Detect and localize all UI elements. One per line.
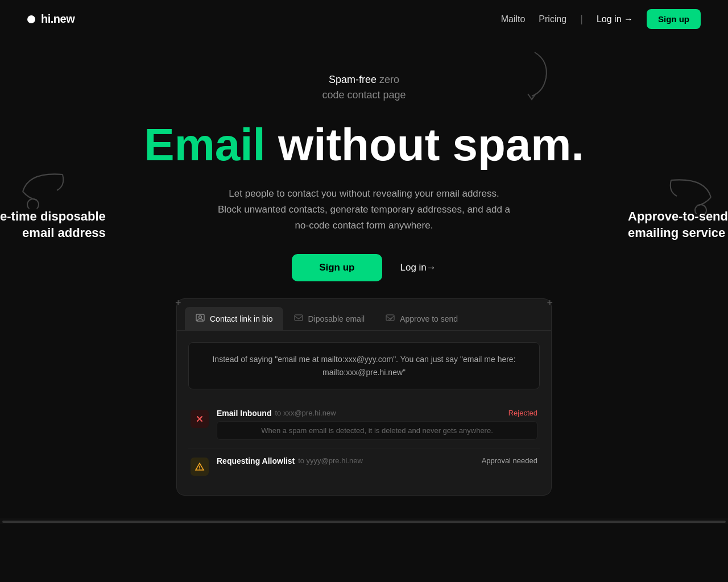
- email-item-rejected-to: to xxx@pre.hi.new: [275, 409, 336, 417]
- email-item-approval-title: Requesting Allowlist: [217, 456, 295, 465]
- hero-buttons: Sign up Log in→: [11, 254, 717, 281]
- hero-subtitle: Spam-free zero code contact page: [11, 72, 717, 103]
- pricing-link[interactable]: Pricing: [539, 14, 566, 24]
- svg-rect-5: [295, 315, 303, 321]
- tab-disposable-email[interactable]: Diposable email: [283, 307, 375, 330]
- tab-contact-link-label: Contact link in bio: [210, 314, 273, 323]
- demo-tabs: Contact link in bio Diposable email: [177, 299, 551, 331]
- email-item-rejected-title-group: Email Inbound to xxx@pre.hi.new: [217, 409, 336, 418]
- side-label-right-line2: emailing service: [628, 225, 728, 242]
- demo-text-box: Instead of saying "email me at mailto:xx…: [188, 342, 540, 389]
- side-label-right-line1: Approve-to-send: [628, 209, 728, 225]
- email-item-approval-status: Approval needed: [482, 456, 537, 465]
- hero-title-white: without spam.: [266, 119, 584, 170]
- side-label-left-line2: email address: [0, 225, 106, 242]
- signup-button-hero[interactable]: Sign up: [292, 254, 382, 281]
- email-approval-icon-wrap: [191, 458, 209, 476]
- side-label-right: Approve-to-send emailing service: [617, 209, 728, 241]
- email-rejected-icon-wrap: [191, 410, 209, 428]
- tab-approve-to-send-label: Approve to send: [400, 314, 458, 323]
- hero-subtitle-part1: Spam-free: [329, 74, 377, 85]
- demo-content: Instead of saying "email me at mailto:xx…: [177, 331, 551, 495]
- warning-icon: [195, 462, 205, 472]
- hero-title: Email without spam.: [11, 120, 717, 170]
- scroll-thumb[interactable]: [2, 521, 726, 523]
- svg-point-7: [199, 468, 200, 469]
- logo-group: hi.new: [27, 13, 75, 26]
- email-item-rejected-main: Email Inbound to xxx@pre.hi.new Rejected…: [217, 409, 537, 440]
- email-item-approval-title-group: Requesting Allowlist to yyyy@pre.hi.new: [217, 456, 363, 465]
- demo-panel: Contact link in bio Diposable email: [176, 298, 552, 496]
- svg-point-2: [695, 205, 706, 214]
- email-item-rejected-status: Rejected: [508, 409, 537, 417]
- side-label-left-line1: e-time disposable: [0, 209, 106, 225]
- tab-approve-to-send[interactable]: Approve to send: [375, 307, 468, 330]
- svg-point-1: [27, 199, 39, 209]
- tab-disposable-email-icon: [293, 313, 304, 325]
- scroll-area: [0, 518, 728, 524]
- hero-subtitle-part3: code contact page: [322, 89, 406, 101]
- hero-description: Let people to contact you without reveal…: [216, 186, 512, 234]
- email-item-rejected: Email Inbound to xxx@pre.hi.new Rejected…: [188, 401, 540, 448]
- hero-subtitle-part2: zero: [379, 74, 399, 85]
- nav-separator: |: [580, 13, 583, 25]
- nav-links: Mailto Pricing | Log in → Sign up: [501, 9, 701, 29]
- mailto-link[interactable]: Mailto: [501, 14, 526, 24]
- email-item-rejected-title: Email Inbound: [217, 409, 271, 418]
- demo-container: + + Contact link in bio: [176, 298, 552, 496]
- x-icon: [195, 414, 205, 424]
- navbar: hi.new Mailto Pricing | Log in → Sign up: [0, 0, 728, 38]
- tab-disposable-email-label: Diposable email: [308, 314, 365, 323]
- email-item-approval-to: to yyyy@pre.hi.new: [298, 456, 363, 465]
- deco-arrow-right: [665, 174, 717, 217]
- login-link[interactable]: Log in →: [597, 14, 633, 24]
- email-item-approval-main: Requesting Allowlist to yyyy@pre.hi.new …: [217, 456, 537, 469]
- svg-point-4: [199, 316, 202, 319]
- corner-plus-tr: +: [547, 297, 553, 309]
- email-item-approval-header: Requesting Allowlist to yyyy@pre.hi.new …: [217, 456, 537, 465]
- corner-plus-tl: +: [175, 297, 181, 309]
- signup-button-nav[interactable]: Sign up: [647, 9, 701, 29]
- deco-arrow-left: [17, 169, 68, 211]
- hero-title-green: Email: [144, 119, 265, 170]
- email-item-approval: Requesting Allowlist to yyyy@pre.hi.new …: [188, 448, 540, 484]
- email-item-rejected-desc: When a spam email is detected, it is del…: [217, 421, 537, 440]
- tab-contact-link-icon: [195, 313, 205, 325]
- logo-dot: [27, 15, 35, 23]
- login-button-hero[interactable]: Log in→: [400, 262, 436, 273]
- email-item-rejected-header: Email Inbound to xxx@pre.hi.new Rejected: [217, 409, 537, 418]
- tab-contact-link[interactable]: Contact link in bio: [185, 307, 283, 330]
- logo-text[interactable]: hi.new: [41, 13, 75, 26]
- side-label-left: e-time disposable email address: [0, 209, 117, 241]
- tab-approve-to-send-icon: [385, 313, 395, 325]
- demo-panel-wrapper: + + Contact link in bio: [176, 298, 552, 496]
- hero-section: e-time disposable email address Approve-…: [0, 38, 728, 518]
